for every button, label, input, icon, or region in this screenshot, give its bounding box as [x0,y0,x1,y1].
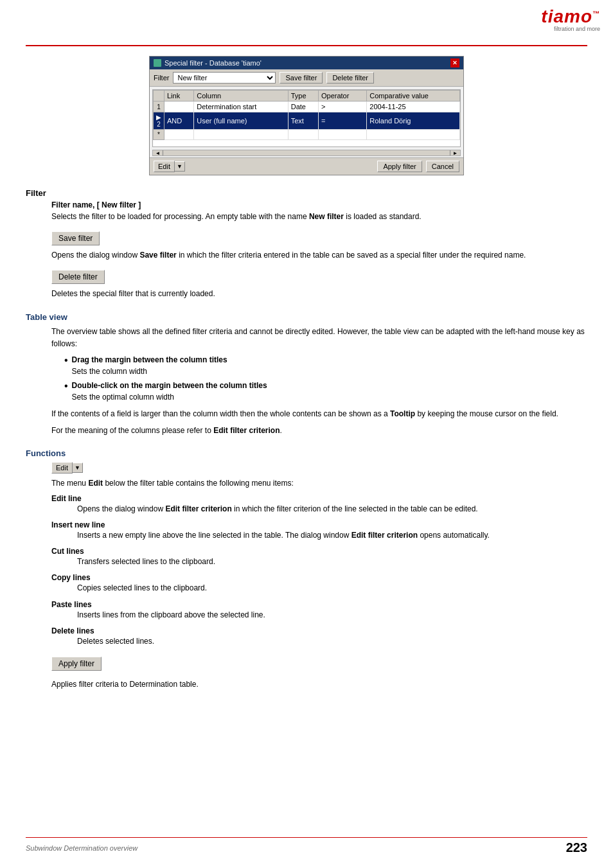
row-value: Roland Dörig [367,112,460,130]
apply-filter-desc: Applies filter criteria to Determination… [51,678,587,691]
table-view-title: Table view [26,312,587,322]
col-header-link: Link [164,91,194,102]
delete-lines-item: Delete lines Deletes selected lines. [51,626,587,648]
bullet-item-drag-text: Drag the margin between the column title… [72,354,587,377]
row-type: Text [288,112,318,130]
filter-table-area: Link Column Type Operator Comparative va… [152,89,461,147]
logo-name: tiamo [541,6,592,26]
apply-filter-box: Apply filter [51,657,102,671]
row-operator [318,130,366,140]
apply-filter-button[interactable]: Apply filter [377,161,422,172]
dialog-icon [154,59,161,67]
scroll-left[interactable]: ◄ [153,150,163,155]
dialog-close-button[interactable]: ✕ [450,58,459,67]
bottom-area: Subwindow Determination overview 223 [26,837,587,855]
filter-subsection: Filter name, [ New filter ] Selects the … [51,200,587,222]
delete-filter-button[interactable]: Delete filter [326,72,374,84]
cut-lines-item: Cut lines Transfers selected lines to th… [51,547,587,568]
row-num: * [154,130,164,140]
logo-tagline: filtration and more [541,26,600,32]
bullet-item-dblclick-text: Double-click on the margin between the c… [72,380,587,403]
functions-edit-dropdown: Edit ▼ [51,462,83,474]
copy-lines-desc: Copies selected lines to the clipboard. [77,582,587,594]
row-value: 2004-11-25 [367,102,460,112]
page-number: 223 [566,840,587,855]
row-column [194,130,288,140]
dialog-titlebar-left: Special filter - Database 'tiamo' [154,59,262,67]
edit-arrow-button[interactable]: ▼ [175,161,185,172]
row-num: 1 [154,102,164,112]
edit-button[interactable]: Edit [154,161,175,172]
apply-filter-section: Apply filter Applies filter criteria to … [51,653,587,691]
cancel-button[interactable]: Cancel [426,161,459,172]
row-link [164,102,194,112]
table-view-intro: The overview table shows all the defined… [51,326,587,350]
functions-edit-subsection: Edit ▼ The menu Edit below the filter ta… [51,462,587,489]
footer-label: Subwindow Determination overview [26,844,138,852]
row-type: Date [288,102,318,112]
row-column: User (full name) [194,112,288,130]
dialog-toolbar: Filter New filter Save filter Delete fil… [150,69,463,87]
delete-filter-subsection: Delete filter Deletes the special filter… [51,266,587,299]
delete-lines-desc: Deletes selected lines. [77,635,587,648]
row-column: Determination start [194,102,288,112]
bullet-item-drag: • Drag the margin between the column tit… [64,354,587,377]
scroll-right[interactable]: ► [450,150,460,155]
functions-section: Functions Edit ▼ The menu Edit below the… [26,448,587,691]
bullet-dot: • [64,354,68,366]
copy-lines-item: Copy lines Copies selected lines to the … [51,573,587,594]
col-header-marker [154,91,164,102]
save-filter-subsection: Save filter Opens the dialog window Save… [51,227,587,261]
cut-lines-desc: Transfers selected lines to the clipboar… [77,556,587,568]
edit-line-desc: Opens the dialog window Edit filter crit… [77,503,587,515]
filter-section: Filter Filter name, [ New filter ] Selec… [26,188,587,299]
filter-label: Filter [154,74,169,82]
save-filter-box: Save filter [51,231,100,245]
insert-line-desc: Inserts a new empty line above the line … [77,529,587,542]
table-row: * [154,130,460,140]
horizontal-scrollbar[interactable]: ◄ ► [152,150,461,156]
delete-lines-label: Delete lines [51,626,587,635]
paste-lines-item: Paste lines Inserts lines from the clipb… [51,600,587,621]
edit-btn-area: Edit ▼ [51,462,587,474]
dialog-footer-right: Apply filter Cancel [377,161,459,172]
edit-dropdown: Edit ▼ [154,161,185,172]
apply-filter-btn-area: Apply filter [51,653,587,675]
row-value [367,130,460,140]
save-filter-button[interactable]: Save filter [280,72,323,84]
filter-name-title: Filter name, [ New filter ] [51,200,587,209]
functions-edit-intro: The menu Edit below the filter table con… [51,477,587,489]
edit-line-item: Edit line Opens the dialog window Edit f… [51,494,587,515]
filter-name-desc: Selects the filter to be loaded for proc… [51,211,587,222]
paste-lines-label: Paste lines [51,600,587,609]
filter-select[interactable]: New filter [173,72,276,84]
logo-area: tiamo™ filtration and more [541,6,600,32]
insert-line-item: Insert new line Inserts a new empty line… [51,520,587,542]
table-view-refer: For the meaning of the columns please re… [51,425,587,437]
functions-edit-label: Edit [51,462,73,474]
filter-section-title: Filter [26,188,587,198]
col-header-value: Comparative value [367,91,460,102]
top-border [26,45,587,46]
dialog-footer: Edit ▼ Apply filter Cancel [150,157,463,175]
row-operator: = [318,112,366,130]
insert-line-label: Insert new line [51,520,587,529]
cut-lines-label: Cut lines [51,547,587,556]
row-link: AND [164,112,194,130]
table-row: ▶ 2 AND User (full name) Text = Roland D… [154,112,460,130]
dialog-titlebar: Special filter - Database 'tiamo' ✕ [150,57,463,69]
save-filter-desc: Opens the dialog window Save filter in w… [51,249,587,261]
paste-lines-desc: Inserts lines from the clipboard above t… [77,609,587,621]
col-header-type: Type [288,91,318,102]
row-type [288,130,318,140]
special-filter-dialog: Special filter - Database 'tiamo' ✕ Filt… [149,56,464,175]
bullet-item-dblclick: • Double-click on the margin between the… [64,380,587,403]
delete-filter-desc: Deletes the special filter that is curre… [51,288,587,299]
functions-title: Functions [26,448,587,458]
edit-line-label: Edit line [51,494,587,503]
row-link [164,130,194,140]
dialog-title: Special filter - Database 'tiamo' [164,59,262,67]
logo-tm: ™ [592,10,600,17]
table-row: 1 Determination start Date > 2004-11-25 [154,102,460,112]
table-view-section: Table view The overview table shows all … [26,312,587,437]
